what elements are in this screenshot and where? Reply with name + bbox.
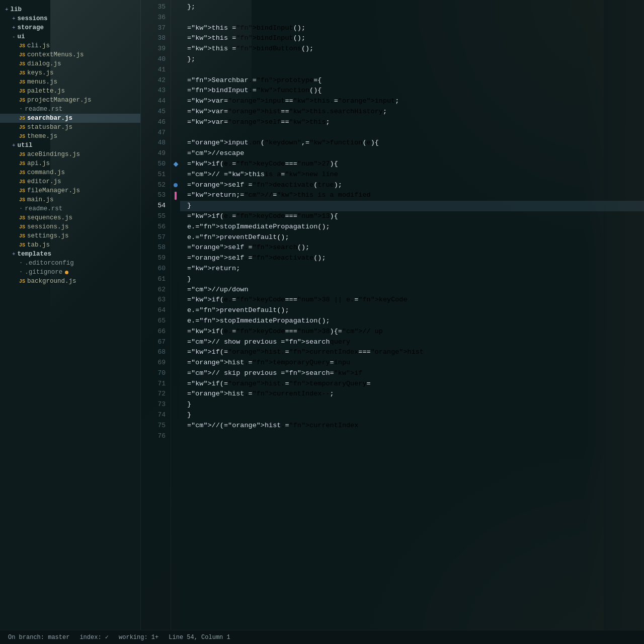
code-line: ="kw">if (e.="fn">keyCode == ="num">27) … <box>180 159 644 170</box>
code-text: } <box>187 201 191 211</box>
line-number: 55 <box>141 211 166 222</box>
tree-item-editorjs[interactable]: JSeditor.js <box>0 177 140 186</box>
code-text: ="kw">this <box>187 44 228 54</box>
tree-item-palettejs[interactable]: JSpalette.js <box>0 87 140 96</box>
tree-item-mainjs[interactable]: JSmain.js <box>0 195 140 204</box>
code-line: ="fn">bindInput: ="kw">function() { <box>180 86 644 96</box>
tree-label: settings.js <box>27 232 69 239</box>
tree-item-settingsjs[interactable]: JSsettings.js <box>0 231 140 240</box>
line-number: 53 <box>141 190 166 201</box>
code-line: ="kw">this.="fn">bindButtons(); <box>180 44 644 54</box>
tree-item-sessionsjs[interactable]: JSsessions.js <box>0 222 140 231</box>
line-number: 54 <box>141 201 166 211</box>
tree-item-readmerst[interactable]: ·readme.rst <box>0 204 140 213</box>
tree-item-tabjs[interactable]: JStab.js <box>0 240 140 250</box>
tree-item-gitignore[interactable]: ·.gitignore <box>0 268 140 277</box>
tree-label: lib <box>11 6 22 13</box>
marker-cell <box>171 128 180 138</box>
line-number: 36 <box>141 13 166 23</box>
line-number: 44 <box>141 96 166 107</box>
line-number: 76 <box>141 431 166 442</box>
code-line: e.="fn">preventDefault(); <box>180 232 644 243</box>
line-number: 47 <box>141 128 166 138</box>
tree-label: .gitignore <box>25 269 62 276</box>
code-text: }; <box>187 2 195 13</box>
cursor-position: Line 54, Column 1 <box>169 634 230 641</box>
tree-item-editorconfig[interactable]: ·.editorconfig <box>0 259 140 268</box>
code-text: ="orange">hist <box>187 358 244 368</box>
marker-cell <box>171 368 180 379</box>
tree-label: sessions.js <box>27 223 69 230</box>
screen: +lib+sessions+storage-uiJScli.jsJScontex… <box>0 0 644 644</box>
tree-item-filemanagerjs[interactable]: JSfileManager.js <box>0 186 140 195</box>
tree-item-templates[interactable]: +templates <box>0 250 140 259</box>
marker-cell <box>171 65 180 75</box>
tree-label: sessions <box>18 15 48 22</box>
code-line: e.="fn">preventDefault(); <box>180 305 644 316</box>
code-line: ="cm">//(="orange">hist.="fn">currentInd… <box>180 421 644 431</box>
tree-item-apijs[interactable]: JSapi.js <box>0 159 140 168</box>
tree-item-readmerst[interactable]: ·readme.rst <box>0 105 140 114</box>
git-branch: On branch: master <box>8 634 69 641</box>
tree-item-lib[interactable]: +lib <box>0 5 140 14</box>
code-text: ="orange">input <box>187 138 249 148</box>
marker-cell <box>171 389 180 399</box>
code-line: ="cm">//up/down <box>180 285 644 295</box>
tree-item-contextmenusjs[interactable]: JScontextMenus.js <box>0 50 140 59</box>
code-line: } <box>180 201 644 211</box>
tree-item-keysjs[interactable]: JSkeys.js <box>0 68 140 77</box>
tree-label: api.js <box>27 160 50 167</box>
line-number: 59 <box>141 253 166 264</box>
tree-label: cli.js <box>27 42 50 49</box>
code-line: ="kw">if (e.="fn">keyCode == ="num">38) … <box>180 327 644 337</box>
marker-cell <box>171 399 180 410</box>
code-text: ="orange">hist <box>187 389 244 399</box>
tree-item-storage[interactable]: +storage <box>0 23 140 32</box>
marker-cell <box>171 75 180 86</box>
tree-item-themejs[interactable]: JStheme.js <box>0 132 140 141</box>
marker-cell <box>171 337 180 348</box>
tree-label: ui <box>18 33 25 40</box>
marker-cell <box>171 347 180 358</box>
tree-item-backgroundjs[interactable]: JSbackground.js <box>0 277 140 286</box>
code-text: ="orange">self <box>187 243 244 253</box>
tree-item-acebindingsjs[interactable]: JSaceBindings.js <box>0 150 140 159</box>
code-text: ="kw">if <box>187 347 220 358</box>
marker-cell <box>171 148 180 159</box>
line-number: 63 <box>141 295 166 305</box>
tree-item-sessions[interactable]: +sessions <box>0 14 140 23</box>
marker-cell <box>171 264 180 274</box>
code-text: ="cm">// skip previous ="fn">search <box>187 368 330 379</box>
code-line <box>180 431 644 442</box>
tree-item-dialogjs[interactable]: JSdialog.js <box>0 59 140 68</box>
tree-label: templates <box>18 251 52 258</box>
tree-item-menusjs[interactable]: JSmenus.js <box>0 77 140 87</box>
code-line: ="kw">if (="orange">hist.="fn">temporary… <box>180 379 644 389</box>
tree-item-clijs[interactable]: JScli.js <box>0 41 140 50</box>
tree-item-statusbarjs[interactable]: JSstatusbar.js <box>0 123 140 132</box>
tree-label: keys.js <box>27 69 54 76</box>
code-text: ="cm">// show previous ="fn">search <box>187 337 330 348</box>
line-number: 75 <box>141 421 166 431</box>
code-text: ="kw">var <box>187 117 224 128</box>
code-line: }; <box>180 54 644 65</box>
code-text: ="kw">return <box>187 190 236 201</box>
line-number: 58 <box>141 243 166 253</box>
line-number: 62 <box>141 285 166 295</box>
tree-item-projectmanagerjs[interactable]: JSprojectManager.js <box>0 96 140 105</box>
tree-item-commandjs[interactable]: JScommand.js <box>0 168 140 177</box>
tree-item-sequencesjs[interactable]: JSsequences.js <box>0 213 140 222</box>
marker-cell <box>171 170 180 180</box>
tree-item-util[interactable]: +util <box>0 141 140 150</box>
line-number: 66 <box>141 327 166 337</box>
marker-cell <box>171 274 180 285</box>
code-text: ="kw">this <box>187 33 228 44</box>
tree-item-searchbarjs[interactable]: JSsearchbar.js <box>0 114 140 123</box>
tree-label: fileManager.js <box>27 187 80 194</box>
tree-label: util <box>18 142 33 149</box>
marker-cell <box>171 305 180 316</box>
tree-item-ui[interactable]: -ui <box>0 32 140 41</box>
line-number: 45 <box>141 107 166 117</box>
code-text: ="kw">if <box>187 159 220 170</box>
tree-label: statusbar.js <box>27 124 72 131</box>
